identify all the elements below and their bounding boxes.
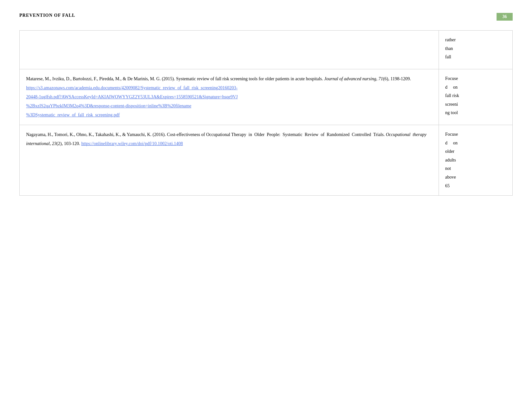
note-not: not — [445, 166, 451, 171]
note-d-on2: d on — [445, 141, 458, 145]
note-d-on1: d on — [445, 85, 458, 90]
note-focuse1: Focuse — [445, 76, 458, 81]
content-cell-nagayama: Nagayama, H., Tomori, K., Ohno, K., Taka… — [20, 125, 439, 196]
page-number: 36 — [497, 13, 513, 21]
nagayama-url[interactable]: https://onlinelibrary.wiley.com/doi/pdf/… — [81, 141, 183, 146]
matarese-link1[interactable]: https://s3.amazonaws.com/academia.edu.do… — [26, 83, 432, 93]
note-above: above — [445, 175, 456, 180]
matarese-url3[interactable]: %2BxzIS2qaYPbzkIM3M2q4%3D&response-conte… — [26, 103, 191, 108]
matarese-citation: Matarese, M., Ivziku, D., Bartolozzi, F.… — [26, 74, 432, 83]
matarese-link2[interactable]: 20448-1uglfsh.pdf?AWSAccessKeyId=AKIAIWO… — [26, 93, 432, 102]
table-row-nagayama: Nagayama, H., Tomori, K., Ohno, K., Taka… — [20, 125, 513, 196]
matarese-url2[interactable]: 20448-1uglfsh.pdf?AWSAccessKeyId=AKIAIWO… — [26, 94, 238, 99]
nagayama-citation: Nagayama, H., Tomori, K., Ohno, K., Taka… — [26, 130, 432, 139]
note-adults: adults — [445, 158, 456, 162]
notes-cell-matarese: Focuse d on fall risk screeni ng tool — [439, 69, 513, 125]
table-row: rather than fall — [20, 31, 513, 69]
notes-cell-nagayama: Focuse d on older adults not above 65 — [439, 125, 513, 196]
note-screeni: screeni — [445, 102, 458, 107]
note-fall-risk: fall risk — [445, 93, 459, 98]
note-than: than — [445, 46, 453, 51]
matarese-link4[interactable]: %3DSystematic_review_of_fall_risk_screen… — [26, 111, 432, 120]
note-older: older — [445, 149, 455, 154]
note-focuse2: Focuse — [445, 132, 458, 137]
note-rather: rather — [445, 37, 456, 42]
note-65: 65 — [445, 183, 450, 188]
note-ng-tool: ng tool — [445, 110, 458, 115]
table-row-matarese: Matarese, M., Ivziku, D., Bartolozzi, F.… — [20, 69, 513, 125]
note-fall: fall — [445, 54, 451, 59]
content-cell-matarese: Matarese, M., Ivziku, D., Bartolozzi, F.… — [20, 69, 439, 125]
notes-cell-top: rather than fall — [439, 31, 513, 69]
content-cell-empty — [20, 31, 439, 69]
matarese-link3[interactable]: %2BxzIS2qaYPbzkIM3M2q4%3D&response-conte… — [26, 102, 432, 111]
page-title: PREVENTION OF FALL — [19, 13, 75, 18]
nagayama-citation2: international, 23(2), 103-120. https://o… — [26, 139, 432, 148]
references-table: rather than fall Matarese, M., Ivziku, D… — [19, 30, 513, 196]
matarese-url1[interactable]: https://s3.amazonaws.com/academia.edu.do… — [26, 85, 237, 90]
matarese-url4[interactable]: %3DSystematic_review_of_fall_risk_screen… — [26, 113, 120, 117]
